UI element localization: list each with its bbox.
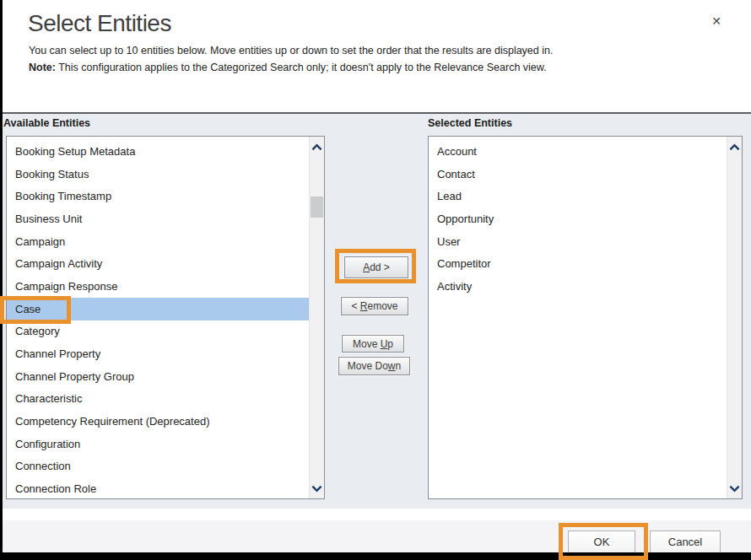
list-item[interactable]: Competitor <box>429 252 727 275</box>
list-item[interactable]: User <box>429 230 727 253</box>
list-item[interactable]: Campaign Activity <box>7 252 309 275</box>
description-note: Note: This configuration applies to the … <box>29 59 553 76</box>
list-item[interactable]: Account <box>429 140 727 163</box>
list-item[interactable]: Campaign Response <box>7 275 309 298</box>
ok-button[interactable]: OK <box>568 530 635 553</box>
selected-entities-listbox: AccountContactLeadOpportunityUserCompeti… <box>428 136 743 499</box>
move-up-button[interactable]: Move Up <box>342 335 404 353</box>
chevron-down-icon <box>311 485 322 493</box>
list-item[interactable]: Opportunity <box>429 207 727 230</box>
list-item[interactable]: Booking Status <box>7 163 309 186</box>
selected-scrollbar[interactable] <box>727 137 742 498</box>
list-item[interactable]: Configuration <box>7 433 309 455</box>
note-label: Note: <box>29 62 56 73</box>
list-item[interactable]: Lead <box>429 185 727 207</box>
description-line: You can select up to 10 entities below. … <box>29 42 553 59</box>
scroll-up-button[interactable] <box>727 138 742 155</box>
list-item[interactable]: Channel Property <box>7 342 309 365</box>
select-entities-dialog: Select Entities ✕ You can select up to 1… <box>0 0 751 560</box>
dialog-description: You can select up to 10 entities below. … <box>29 42 553 76</box>
scroll-down-button[interactable] <box>310 480 324 497</box>
chevron-down-icon <box>729 485 740 493</box>
close-icon[interactable]: ✕ <box>707 12 726 30</box>
note-text: This configuration applies to the Catego… <box>56 62 547 73</box>
list-item[interactable]: Characteristic <box>7 388 309 411</box>
list-item[interactable]: Activity <box>429 275 727 298</box>
list-item[interactable]: Connection <box>7 455 309 478</box>
chevron-up-icon <box>729 143 740 151</box>
list-item[interactable]: Channel Property Group <box>7 365 309 388</box>
available-entities-list: Booking Setup MetadataBooking StatusBook… <box>7 137 309 498</box>
list-item[interactable]: Booking Timestamp <box>7 185 309 207</box>
list-item[interactable]: Case <box>7 298 309 320</box>
scrollbar-thumb[interactable] <box>311 197 323 218</box>
list-item[interactable]: Business Unit <box>7 207 309 230</box>
cancel-button[interactable]: Cancel <box>650 530 721 553</box>
dialog-left-border <box>0 0 3 560</box>
dialog-footer <box>0 520 751 552</box>
dialog-title: Select Entities <box>28 10 171 37</box>
add-button[interactable]: Add > <box>344 256 408 278</box>
available-scrollbar[interactable] <box>309 137 324 498</box>
list-item[interactable]: Booking Setup Metadata <box>7 140 309 163</box>
scroll-down-button[interactable] <box>727 480 742 497</box>
available-entities-listbox: Booking Setup MetadataBooking StatusBook… <box>6 136 325 499</box>
scroll-up-button[interactable] <box>310 138 324 155</box>
list-item[interactable]: Contact <box>429 163 727 186</box>
remove-button[interactable]: < Remove <box>341 297 408 315</box>
move-down-button[interactable]: Move Down <box>338 357 410 375</box>
footer-gap <box>0 509 751 520</box>
chevron-up-icon <box>311 143 322 151</box>
list-item[interactable]: Competency Requirement (Deprecated) <box>7 410 309 433</box>
available-entities-label: Available Entities <box>3 117 90 129</box>
list-item[interactable]: Connection Role <box>7 477 309 498</box>
selected-entities-label: Selected Entities <box>428 117 512 129</box>
list-item[interactable]: Campaign <box>7 230 309 253</box>
selected-entities-list: AccountContactLeadOpportunityUserCompeti… <box>429 137 727 498</box>
dialog-bottom-border <box>0 552 751 560</box>
list-item[interactable]: Category <box>7 320 309 343</box>
